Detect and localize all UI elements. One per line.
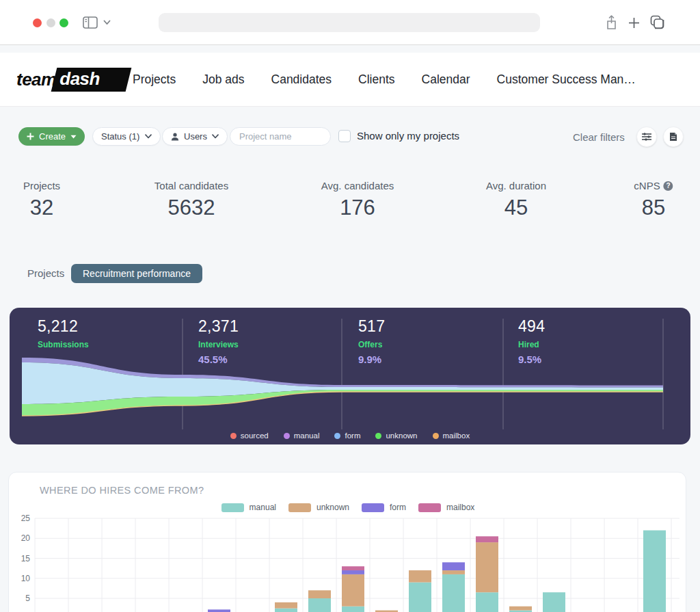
legend-item-form[interactable]: form [334, 431, 360, 440]
stage-label: Interviews [198, 340, 239, 349]
nav-item-projects[interactable]: Projects [133, 72, 176, 87]
legend-item-unknown[interactable]: unknown [375, 431, 417, 440]
help-icon[interactable]: ? [664, 181, 673, 191]
stage-label: Submissions [38, 340, 89, 349]
recruitment-funnel-panel: 5,212 Submissions 2,371 Interviews 45.5%… [10, 308, 690, 444]
sidebar-toggle-icon[interactable] [83, 16, 98, 29]
caret-down-icon [70, 135, 77, 139]
legend-label: sourced [241, 431, 269, 440]
stage-percent: 9.5% [518, 354, 545, 365]
filter-settings-button[interactable] [636, 127, 657, 147]
stat-label: Avg. candidates [321, 180, 394, 191]
stat-cnps: cNPS ? 85 [634, 180, 673, 220]
svg-text:10: 10 [21, 574, 31, 583]
browser-chrome [0, 0, 700, 45]
logo-text-dash: dash [59, 68, 100, 90]
clear-filters-link[interactable]: Clear filters [573, 131, 625, 143]
stat-value: 85 [634, 196, 673, 220]
nav-item-candidates[interactable]: Candidates [271, 72, 332, 87]
hires-bar-chart: 510152025 [9, 473, 686, 612]
document-icon [669, 132, 677, 142]
stage-value: 494 [518, 317, 545, 336]
address-bar[interactable] [159, 13, 540, 32]
stat-label: Projects [23, 180, 60, 191]
minimize-window-button[interactable] [46, 18, 55, 27]
status-filter-dropdown[interactable]: Status (1) [92, 127, 161, 146]
users-filter-label: Users [184, 131, 207, 142]
create-button-label: Create [39, 131, 66, 142]
legend-label: unknown [386, 431, 417, 440]
svg-text:25: 25 [21, 514, 31, 523]
show-only-my-projects-label[interactable]: Show only my projects [357, 130, 459, 142]
main-navbar: teamdash Projects Job ads Candidates Cli… [0, 53, 700, 107]
chevron-down-icon [212, 134, 219, 139]
app-window: teamdash Projects Job ads Candidates Cli… [0, 0, 700, 612]
stage-value: 517 [358, 317, 385, 336]
nav-items: Projects Job ads Candidates Clients Cale… [133, 53, 636, 107]
hires-source-card: WHERE DO HIRES COME FROM? manualunknownf… [8, 472, 686, 612]
sourced-swatch [230, 433, 237, 439]
legend-label: form [345, 431, 360, 440]
funnel-stage-offers: 517 Offers 9.9% [358, 317, 385, 365]
nav-item-job-ads[interactable]: Job ads [202, 72, 244, 87]
export-report-button[interactable] [663, 127, 684, 147]
tab-recruitment-performance[interactable]: Recruitment performance [71, 264, 202, 283]
filter-bar: Create Status (1) Users Show only my pro… [0, 107, 700, 155]
mailbox-swatch [433, 433, 439, 439]
stat-value: 176 [321, 196, 394, 220]
stat-value: 5632 [154, 196, 228, 220]
svg-text:5: 5 [25, 594, 30, 603]
manual-swatch [284, 433, 290, 439]
logo-text-team: team [16, 69, 57, 90]
tab-projects[interactable]: Projects [27, 267, 64, 279]
user-icon [171, 133, 179, 141]
new-tab-icon[interactable] [628, 17, 640, 29]
nav-item-clients[interactable]: Clients [358, 72, 395, 87]
stat-label: cNPS [634, 180, 660, 191]
funnel-stage-hired: 494 Hired 9.5% [518, 317, 545, 365]
svg-text:20: 20 [21, 533, 31, 543]
legend-item-sourced[interactable]: sourced [230, 431, 269, 440]
stage-percent: 45.5% [198, 354, 239, 365]
teamdash-logo[interactable]: teamdash [16, 68, 128, 91]
logo-box: dash [51, 68, 131, 92]
stat-total-candidates: Total candidates 5632 [154, 180, 228, 220]
share-icon[interactable] [606, 15, 617, 30]
project-name-input[interactable] [230, 127, 331, 146]
tab-overview-icon[interactable] [650, 15, 664, 29]
funnel-stage-submissions: 5,212 Submissions [38, 317, 89, 354]
stat-avg-candidates: Avg. candidates 176 [321, 180, 394, 220]
stage-label: Hired [518, 340, 545, 349]
stat-label: Total candidates [154, 180, 228, 191]
legend-label: mailbox [443, 431, 470, 440]
funnel-stage-interviews: 2,371 Interviews 45.5% [198, 317, 239, 365]
legend-item-manual[interactable]: manual [284, 431, 320, 440]
users-filter-dropdown[interactable]: Users [162, 127, 228, 146]
stage-percent: 9.9% [358, 354, 385, 365]
svg-text:15: 15 [21, 554, 31, 563]
stat-label: Avg. duration [486, 180, 546, 191]
sliders-icon [642, 133, 651, 141]
nav-item-customer-success[interactable]: Customer Success Man… [497, 72, 636, 87]
legend-item-mailbox[interactable]: mailbox [433, 431, 470, 440]
status-filter-label: Status (1) [101, 131, 139, 142]
create-button[interactable]: Create [18, 127, 85, 146]
funnel-legend: sourcedmanualformunknownmailbox [10, 431, 690, 440]
chevron-down-icon[interactable] [103, 20, 111, 25]
zoom-window-button[interactable] [59, 18, 68, 27]
stat-value: 32 [23, 196, 60, 220]
stage-value: 5,212 [38, 317, 89, 336]
show-only-my-projects-checkbox[interactable] [338, 130, 351, 142]
chevron-down-icon [145, 134, 152, 139]
funnel-chart [10, 308, 690, 444]
close-window-button[interactable] [33, 18, 42, 27]
stat-avg-duration: Avg. duration 45 [486, 180, 546, 220]
stage-label: Offers [358, 340, 385, 349]
plus-icon [27, 133, 34, 140]
stage-value: 2,371 [198, 317, 239, 336]
legend-label: manual [294, 431, 320, 440]
stat-projects: Projects 32 [23, 180, 60, 220]
unknown-swatch [375, 433, 381, 439]
form-swatch [334, 433, 340, 439]
nav-item-calendar[interactable]: Calendar [422, 72, 470, 87]
